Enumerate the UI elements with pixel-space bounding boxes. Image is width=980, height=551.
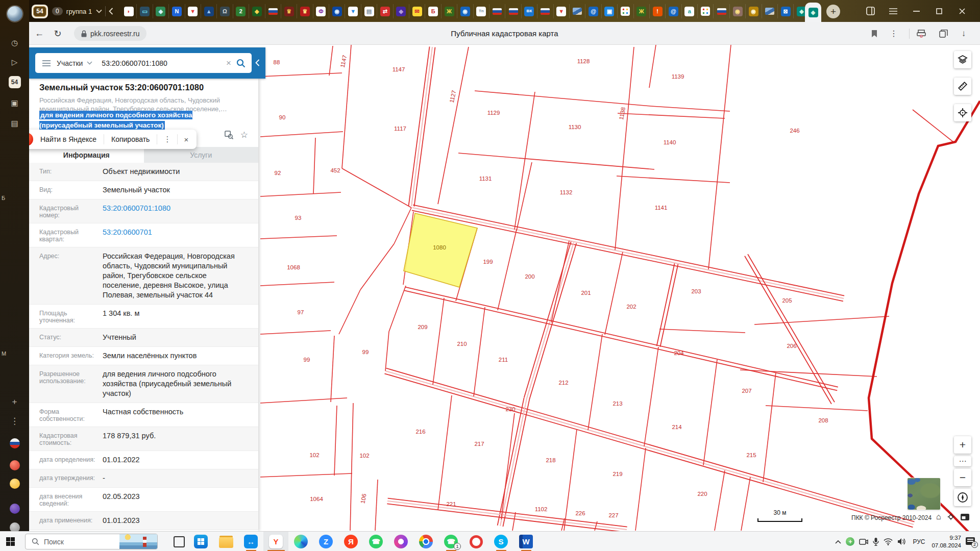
camera-icon[interactable] [859, 538, 868, 545]
toolbar-more-icon[interactable]: ⋮ [157, 135, 177, 144]
tab-favicon[interactable]: ▭ [137, 4, 153, 18]
sidebar-service-1[interactable]: ⋮ [8, 414, 22, 428]
tab-favicon[interactable]: ✉ [409, 4, 425, 18]
search-query[interactable]: 53:20:0600701:1080 [102, 59, 221, 67]
sidebar-service-3[interactable] [8, 458, 22, 472]
tab-favicon[interactable]: Ф [313, 4, 329, 18]
tab-favicon[interactable]: ▣ [602, 4, 618, 18]
taskbar-app-folder[interactable] [213, 532, 238, 551]
bookmark-flag-icon[interactable] [866, 22, 883, 45]
download-icon[interactable]: ↓ [955, 22, 972, 45]
sidebar-tool-1[interactable]: ▷ [8, 55, 22, 69]
clear-icon[interactable]: × [221, 58, 236, 68]
extent-icon[interactable] [961, 514, 969, 520]
tab-favicon[interactable] [698, 4, 714, 18]
sidebar-service-0[interactable]: + [8, 395, 22, 409]
field-value[interactable]: 53:20:0600701 [103, 223, 248, 247]
tab-favicon[interactable]: Ω [217, 4, 233, 18]
tab-favicon[interactable]: ◈ [249, 4, 265, 18]
chevron-down-icon[interactable] [87, 61, 92, 65]
tab-back-icon[interactable] [109, 8, 113, 15]
tab-services[interactable]: Услуги [144, 147, 259, 163]
tab-favicon[interactable]: ▲ [201, 4, 217, 18]
sidebar-edge-letter[interactable]: М [2, 350, 6, 357]
tab-favicon[interactable]: ▤ [361, 4, 377, 18]
tab-favicon[interactable] [505, 4, 521, 18]
taskbar-app-wa2[interactable]: ☎1 [438, 532, 463, 551]
more-icon[interactable]: ⋮ [885, 22, 902, 45]
show-on-map-icon[interactable] [225, 131, 233, 139]
sidebar-tool-0[interactable]: ◷ [8, 36, 22, 50]
tab-favicon[interactable]: Ж [442, 4, 457, 18]
copy-button[interactable]: Копировать [104, 135, 157, 143]
maximize-button[interactable] [929, 0, 949, 22]
tab-favicon[interactable]: ♛ [297, 4, 313, 18]
collections-icon[interactable] [935, 22, 952, 45]
minimize-button[interactable] [906, 0, 926, 22]
tab-favicon[interactable]: ВК [522, 4, 537, 18]
layers-button[interactable] [954, 51, 971, 68]
sidebar-service-4[interactable] [8, 477, 22, 491]
wifi-icon[interactable] [884, 538, 893, 545]
compass-button[interactable] [954, 489, 971, 506]
tab-favicon[interactable] [762, 4, 778, 18]
field-value[interactable]: 53:20:0600701:1080 [103, 199, 248, 223]
search-input[interactable]: Участки 53:20:0600701:1080 × [35, 53, 252, 73]
search-icon[interactable] [236, 59, 246, 68]
taskbar-app-tv[interactable]: ↔ [238, 532, 263, 551]
tab-favicon[interactable]: @ [666, 4, 681, 18]
home-icon[interactable]: ⌂ [936, 512, 941, 521]
minimap[interactable] [908, 478, 940, 510]
sidebar-service-5[interactable] [8, 502, 22, 516]
tab-favicon[interactable]: Б [425, 4, 441, 18]
menu-icon[interactable] [883, 0, 903, 22]
zoom-in-button[interactable]: + [954, 436, 971, 454]
tab-favicon[interactable]: ⊠ [778, 4, 794, 18]
toolbar-close-icon[interactable]: × [178, 135, 194, 144]
tab-favicon[interactable]: ◉ [457, 4, 473, 18]
speaker-icon[interactable] [897, 538, 906, 545]
search-category[interactable]: Участки [57, 59, 83, 67]
search-highlight-image[interactable] [119, 534, 157, 549]
tab-favicon[interactable]: ♛ [281, 4, 297, 18]
tab-favicon[interactable]: ▼ [554, 4, 570, 18]
sidebar-tool-3[interactable]: ▣ [8, 96, 22, 110]
tab-favicon[interactable]: ! [650, 4, 666, 18]
zoom-extra-button[interactable]: ⋯ [954, 456, 971, 466]
task-view-button[interactable] [174, 536, 185, 547]
tab-favicon[interactable]: ▼ [345, 4, 361, 18]
taskbar-app-ya[interactable]: Я [338, 532, 363, 551]
notifications-button[interactable]: 2 [966, 537, 977, 546]
tab-favicon[interactable] [618, 4, 633, 18]
favorite-star-icon[interactable]: ☆ [240, 130, 248, 140]
tab-favicon[interactable]: Тп [474, 4, 489, 18]
tab-favicon[interactable] [265, 4, 281, 18]
taskbar-app-loop[interactable] [388, 532, 413, 551]
clock[interactable]: 9:37 07.08.2024 [932, 534, 961, 549]
sidebar-service-2[interactable] [8, 436, 22, 450]
antivirus-icon[interactable]: + [846, 537, 854, 546]
tab-group[interactable]: 54 0 группа 1 [32, 4, 113, 19]
tab-favicon[interactable]: ◈ [153, 4, 169, 18]
profile-avatar[interactable] [7, 6, 22, 21]
find-in-yandex-button[interactable]: Найти в Яндексе [33, 135, 104, 143]
taskbar-search[interactable]: Поиск [25, 534, 158, 549]
tab-favicon[interactable]: N [169, 4, 185, 18]
tab-favicon[interactable]: Ж [634, 4, 650, 18]
tab-information[interactable]: Информация [29, 147, 144, 163]
reload-button[interactable]: ↻ [48, 22, 67, 45]
tab-favicon[interactable]: ▼ [185, 4, 201, 18]
url-field[interactable]: pkk.rosreestr.ru [74, 26, 146, 41]
taskbar-app-edge[interactable] [288, 532, 313, 551]
tab-favicon[interactable]: ◗ [121, 4, 137, 18]
language-indicator[interactable]: РУС [911, 538, 927, 545]
search-menu-icon[interactable] [42, 60, 51, 66]
sidebar-edge-letter[interactable]: Б [2, 195, 5, 201]
tab-favicon[interactable]: a [682, 4, 698, 18]
collapse-panel-icon[interactable] [252, 56, 262, 70]
taskbar-app-chrome[interactable] [413, 532, 438, 551]
locate-button[interactable] [954, 104, 971, 121]
taskbar-app-opera[interactable] [463, 532, 488, 551]
microphone-icon[interactable] [873, 537, 879, 546]
tab-favicon[interactable]: ⇄ [377, 4, 393, 18]
